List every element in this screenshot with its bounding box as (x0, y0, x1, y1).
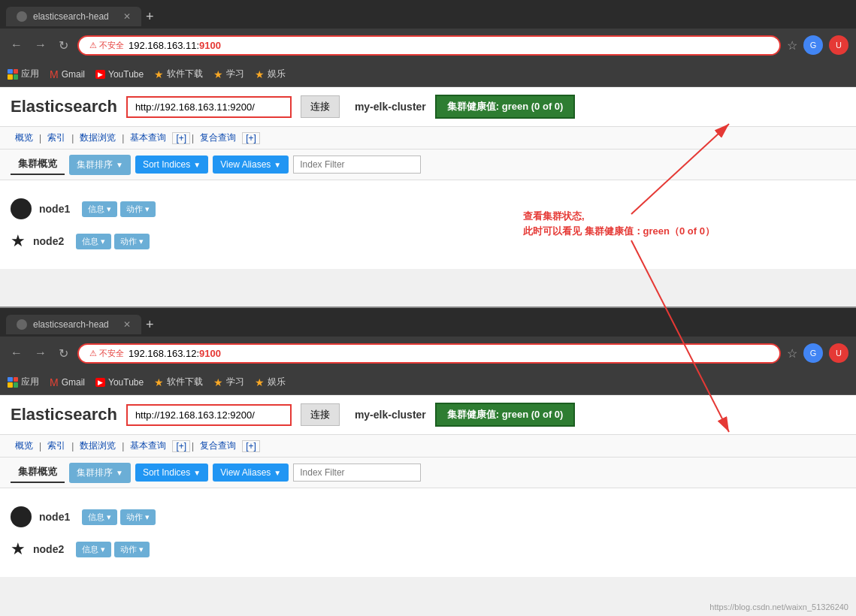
node-name-1-2: node2 (33, 235, 64, 247)
gmail-icon-2: M (50, 376, 59, 388)
bookmark-gmail-2[interactable]: M Gmail (50, 376, 85, 388)
url-warning-icon-1: ⚠ 不安全 (89, 40, 124, 51)
es-nav-overview-2[interactable]: 概览 (11, 438, 38, 454)
node-info-btn-1-2[interactable]: 信息 ▾ (76, 234, 111, 249)
node-star-2-2: ★ (11, 539, 26, 559)
es-nav-overview-1[interactable]: 概览 (11, 130, 38, 146)
bookmark-youtube-1[interactable]: ▶ YouTube (95, 69, 144, 80)
es-cluster-name-1: my-elk-cluster (355, 101, 426, 113)
es-nav-compound-query-2[interactable]: 复合查询 (195, 438, 240, 454)
node-btn-group-1-1: 信息 ▾ 动作 ▾ (82, 201, 156, 217)
sort-indices-arrow-2: ▼ (193, 469, 201, 477)
es-header-2: Elasticsearch 连接 my-elk-cluster 集群健康值: g… (0, 395, 856, 435)
profile-red-2[interactable]: U (829, 343, 848, 363)
cluster-sort-arrow-2: ▼ (116, 469, 123, 477)
bookmarks-bar-1: 应用 M Gmail ▶ YouTube ★ 软件下载 ★ 学习 ★ 娱乐 (0, 62, 856, 87)
es-toolbar-sort-indices-1[interactable]: Sort Indices ▼ (135, 156, 208, 174)
back-btn-2[interactable]: ← (8, 345, 26, 361)
entertainment-icon-2: ★ (255, 376, 265, 388)
es-nav-add-basic-1[interactable]: [+] (172, 132, 190, 144)
new-tab-btn-2[interactable]: + (146, 317, 154, 333)
es-toolbar-cluster-sort-2[interactable]: 集群排序 ▼ (69, 463, 131, 483)
bookmark-software-1[interactable]: ★ 软件下载 (154, 68, 203, 80)
es-nav-data-1[interactable]: 数据浏览 (75, 130, 120, 146)
es-connect-btn-1[interactable]: 连接 (301, 95, 340, 118)
reload-btn-1[interactable]: ↻ (56, 37, 71, 54)
node-circle-2-1 (11, 506, 32, 527)
profile-1[interactable]: G (803, 35, 823, 55)
youtube-icon-2: ▶ (95, 378, 105, 387)
node-btn-group-1-2: 信息 ▾ 动作 ▾ (76, 234, 150, 249)
bookmark-apps-2[interactable]: 应用 (8, 376, 39, 388)
profile-red-1[interactable]: U (829, 35, 848, 55)
es-toolbar-cluster-overview-1[interactable]: 集群概览 (11, 154, 65, 175)
bookmark-star-2[interactable]: ☆ (787, 346, 797, 361)
browser-window-2: elasticsearch-head ✕ + ← → ↻ ⚠ 不安全 192.1… (0, 308, 856, 577)
es-nav-index-1[interactable]: 索引 (43, 130, 70, 146)
es-nav-index-2[interactable]: 索引 (43, 438, 70, 454)
node-info-btn-2-1[interactable]: 信息 ▾ (82, 509, 117, 525)
es-toolbar-sort-indices-2[interactable]: Sort Indices ▼ (135, 464, 208, 482)
bookmark-apps-1[interactable]: 应用 (8, 68, 39, 80)
new-tab-btn-1[interactable]: + (146, 9, 154, 25)
es-nav-1: 概览 | 索引 | 数据浏览 | 基本查询 [+] | 复合查询 [+] (0, 127, 856, 149)
tab-close-1[interactable]: ✕ (123, 11, 131, 22)
node-action-btn-2-1[interactable]: 动作 ▾ (120, 509, 156, 525)
youtube-label-2: YouTube (108, 377, 144, 388)
es-nav-basic-query-1[interactable]: 基本查询 (126, 130, 171, 146)
es-content-1: node1 信息 ▾ 动作 ▾ ★ node2 信息 ▾ 动作 ▾ (0, 180, 856, 269)
bookmark-youtube-2[interactable]: ▶ YouTube (95, 377, 144, 388)
tab-label-1: elasticsearch-head (33, 11, 109, 22)
bookmark-study-2[interactable]: ★ 学习 (213, 376, 244, 388)
tab-favicon-2 (17, 319, 27, 330)
bookmark-entertainment-2[interactable]: ★ 娱乐 (255, 376, 286, 388)
es-filter-input-2[interactable] (293, 464, 421, 482)
profile-2[interactable]: G (803, 343, 823, 363)
back-btn-1[interactable]: ← (8, 37, 26, 53)
es-toolbar-cluster-overview-2[interactable]: 集群概览 (11, 462, 65, 483)
es-nav-add-basic-2[interactable]: [+] (172, 440, 190, 452)
apps-icon-2 (8, 377, 18, 388)
forward-btn-1[interactable]: → (32, 37, 50, 53)
node-item-2-1: node1 信息 ▾ 动作 ▾ (11, 500, 845, 533)
es-nav-basic-query-2[interactable]: 基本查询 (126, 438, 171, 454)
es-nav-add-compound-2[interactable]: [+] (242, 440, 260, 452)
forward-btn-2[interactable]: → (32, 345, 50, 361)
es-nav-add-compound-1[interactable]: [+] (242, 132, 260, 144)
es-health-badge-2: 集群健康值: green (0 of 0) (435, 403, 576, 427)
es-nav-data-2[interactable]: 数据浏览 (75, 438, 120, 454)
bookmark-entertainment-1[interactable]: ★ 娱乐 (255, 68, 286, 80)
youtube-icon-1: ▶ (95, 70, 105, 79)
bookmark-star-1[interactable]: ☆ (787, 38, 797, 53)
tab-close-2[interactable]: ✕ (123, 319, 131, 330)
bookmark-gmail-1[interactable]: M Gmail (50, 68, 85, 80)
es-toolbar-view-aliases-2[interactable]: View Aliases ▼ (213, 464, 289, 482)
node-item-1-2: ★ node2 信息 ▾ 动作 ▾ (11, 225, 845, 257)
es-url-input-1[interactable] (126, 96, 292, 118)
es-filter-input-1[interactable] (293, 156, 421, 174)
tab-1[interactable]: elasticsearch-head ✕ (6, 7, 141, 26)
es-toolbar-cluster-sort-1[interactable]: 集群排序 ▼ (69, 155, 131, 175)
url-warning-icon-2: ⚠ 不安全 (89, 348, 124, 359)
node-item-1-1: node1 信息 ▾ 动作 ▾ (11, 192, 845, 225)
es-toolbar-view-aliases-1[interactable]: View Aliases ▼ (213, 156, 289, 174)
node-action-btn-2-2[interactable]: 动作 ▾ (114, 542, 150, 557)
bookmark-study-1[interactable]: ★ 学习 (213, 68, 244, 80)
url-bar-1[interactable]: ⚠ 不安全 192.168.163.11:9100 (77, 35, 781, 56)
reload-btn-2[interactable]: ↻ (56, 345, 71, 362)
es-nav-2: 概览 | 索引 | 数据浏览 | 基本查询 [+] | 复合查询 [+] (0, 435, 856, 457)
node-info-btn-2-2[interactable]: 信息 ▾ (76, 542, 111, 557)
es-url-input-2[interactable] (126, 404, 292, 426)
node-name-2-1: node1 (39, 511, 70, 523)
node-action-btn-1-2[interactable]: 动作 ▾ (114, 234, 150, 249)
sort-indices-arrow-1: ▼ (193, 161, 201, 169)
node-info-btn-1-1[interactable]: 信息 ▾ (82, 201, 117, 217)
tab-2[interactable]: elasticsearch-head ✕ (6, 315, 141, 334)
es-connect-btn-2[interactable]: 连接 (301, 403, 340, 426)
es-nav-compound-query-1[interactable]: 复合查询 (195, 130, 240, 146)
node-action-btn-1-1[interactable]: 动作 ▾ (120, 201, 156, 217)
url-bar-2[interactable]: ⚠ 不安全 192.168.163.12:9100 (77, 343, 781, 364)
software-icon-2: ★ (154, 376, 164, 388)
bookmark-software-2[interactable]: ★ 软件下载 (154, 376, 203, 388)
node-action-arrow-2-2: ▾ (139, 545, 144, 554)
